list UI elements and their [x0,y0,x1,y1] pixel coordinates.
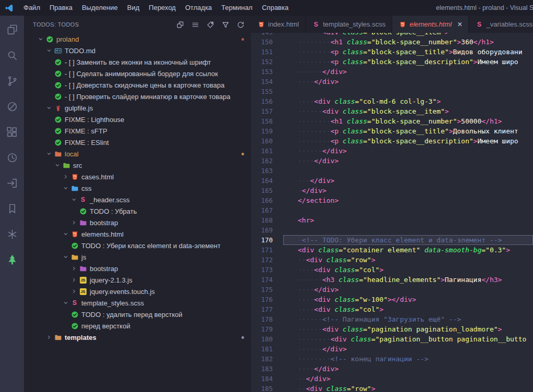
tree-item[interactable]: FIXME : ESlint [24,137,251,148]
chevron-right-icon[interactable] [70,287,78,296]
code-line[interactable]: 176····<div class="w-100"></div> [251,295,533,304]
code-line[interactable]: 149······<div class="block-space__item"> [251,33,533,37]
code-line[interactable]: 175····</div> [251,285,533,295]
code-line[interactable]: 169 [251,225,533,235]
code-line[interactable]: 168<hr> [251,215,533,225]
tree-item[interactable]: - [ ] Доверстать скидочные цены в карточ… [24,79,251,91]
tree-item[interactable]: S_header.scss [24,194,251,205]
code-line[interactable]: 156····<div class="col-md-6 col-lg-3"> [251,96,533,106]
menu-item[interactable]: Отладка [180,0,216,16]
tab-index.html[interactable]: index.html [251,16,306,33]
tree-item[interactable]: TODO : удалить перед версткой [24,309,251,320]
tree-item[interactable]: перед версткой [24,320,251,332]
tag-icon[interactable] [207,21,214,29]
chevron-down-icon[interactable] [45,150,53,158]
code-line[interactable]: 172··<div class="row"> [251,255,533,265]
code-line[interactable]: 158········<h1 class="block-space__numbe… [251,116,533,126]
bookmarks-icon[interactable] [0,196,24,222]
code-line[interactable]: 174······<h3 class="headline_elements">П… [251,275,533,285]
code-line[interactable]: 151········<p class="block-space__title"… [251,47,533,57]
code-line[interactable]: 171<div class="container element" data-s… [251,245,533,255]
tab-template_styles.scss[interactable]: Stemplate_styles.scss [306,16,392,33]
tree-item[interactable]: FIXME : sFTP [24,125,251,137]
refresh-icon[interactable] [237,21,245,29]
chevron-right-icon[interactable] [70,264,78,273]
code-line[interactable]: 159········<p class="block-space__title"… [251,126,533,136]
tree-item[interactable]: gulpfile.js [24,102,251,114]
chevron-down-icon[interactable] [70,195,78,204]
chevron-right-icon[interactable] [70,218,78,227]
source-control-icon[interactable] [0,68,24,94]
tree-item[interactable]: local [24,148,251,160]
code-line[interactable]: 180········<div class="pagination__butto… [251,334,533,344]
code-line[interactable]: 179······<div class="pagination paginati… [251,324,533,334]
tree-item[interactable]: templates [24,332,251,343]
tree-item[interactable]: - [ ] Сделать анимированный бордер для с… [24,68,251,79]
asterisk-icon[interactable] [0,222,24,247]
chevron-down-icon[interactable] [45,46,53,55]
code-line[interactable]: 164···</div> [251,176,533,186]
code-line[interactable]: 161······</div> [251,146,533,156]
tree-item[interactable]: proland [24,33,251,45]
chevron-down-icon[interactable] [62,184,70,192]
tree-item[interactable]: JSjquery-2.1.3.js [24,274,251,286]
code-line[interactable]: 170·<!-- TODO: Убери класс element и dat… [251,235,533,245]
tab-_variables.scss[interactable]: S_variables.scss [469,16,533,33]
code-line[interactable]: 155 [251,87,533,96]
explorer-icon[interactable] [0,17,24,43]
search-icon[interactable] [0,43,24,68]
debug-icon[interactable] [0,94,24,119]
menu-item[interactable]: Терминал [216,0,257,16]
chevron-down-icon[interactable] [45,104,53,112]
todo-tree-icon[interactable] [0,247,24,273]
tree-item[interactable]: js [24,251,251,263]
code-line[interactable]: 178······<!-- Пагинация "Загрузить ещё" … [251,314,533,324]
close-icon[interactable]: × [457,20,462,29]
tree-item[interactable]: bootstrap [24,263,251,274]
tree-item[interactable]: elements.html [24,228,251,240]
code-line[interactable]: 152········<p class="block-space__descri… [251,57,533,67]
tree-item[interactable]: TODO.md [24,45,251,56]
code-line[interactable]: 182········<!-- конец пагинации --> [251,354,533,364]
tree-item[interactable]: cases.html [24,171,251,182]
tree-item[interactable]: bootstrap [24,217,251,228]
tree-item[interactable]: src [24,160,251,171]
tree-item[interactable]: - [ ] Проверить слайдер миниатюр в карто… [24,91,251,102]
export-icon[interactable] [176,21,184,29]
code-line[interactable]: 177····<div class="col"> [251,304,533,314]
code-line[interactable]: 162····</div> [251,156,533,166]
chevron-down-icon[interactable] [62,299,70,307]
code-line[interactable]: 173····<div class="col"> [251,265,533,275]
menu-item[interactable]: Справка [257,0,293,16]
tab-elements.html[interactable]: elements.html× [392,16,469,33]
code-line[interactable]: 185··<div class="row"> [251,384,533,392]
code-line[interactable]: 163 [251,166,533,176]
code-line[interactable]: 167 [251,205,533,215]
chevron-down-icon[interactable] [37,35,45,43]
menu-item[interactable]: Переход [144,0,180,16]
code-line[interactable]: 153······</div> [251,67,533,77]
code-line[interactable]: 184··</div> [251,374,533,384]
extensions-icon[interactable] [0,119,24,145]
menu-item[interactable]: Правка [45,0,77,16]
list-view-icon[interactable] [191,21,199,29]
tree-item[interactable]: css [24,182,251,194]
code-line[interactable]: 183····</div> [251,364,533,374]
tree-item[interactable]: TODO : Убрать [24,205,251,217]
code-line[interactable]: 181······</div> [251,344,533,354]
menu-item[interactable]: Файл [19,0,45,16]
chevron-right-icon[interactable] [62,173,70,181]
code-line[interactable]: 150········<h1 class="block-space__numbe… [251,37,533,47]
code-line[interactable]: 154····</div> [251,77,533,87]
tree-item[interactable]: FIXME : Lighthouse [24,114,251,125]
chevron-right-icon[interactable] [70,276,78,284]
tree-item[interactable]: Stemplate_styles.scss [24,297,251,309]
code-line[interactable]: 166</section> [251,195,533,205]
code-line[interactable]: 157······<div class="block-space__item"> [251,106,533,116]
code-line[interactable]: 160········<p class="block-space__descri… [251,136,533,146]
chevron-down-icon[interactable] [53,161,62,169]
code-line[interactable]: 165·</div> [251,186,533,195]
code-editor[interactable]: 149······<div class="block-space__item">… [251,33,533,392]
chevron-down-icon[interactable] [62,253,70,261]
remote-icon[interactable] [0,170,24,196]
